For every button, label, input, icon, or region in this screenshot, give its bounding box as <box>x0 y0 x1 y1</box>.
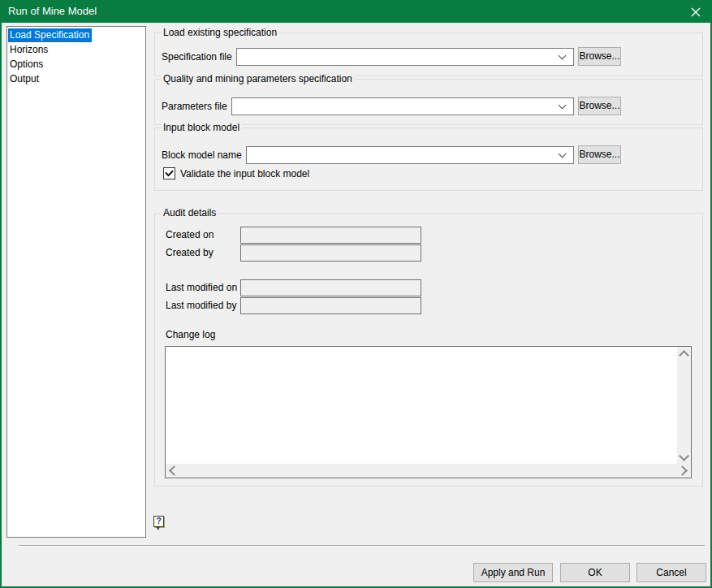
scroll-right-button[interactable] <box>677 464 691 478</box>
validate-block-model-checkbox[interactable] <box>163 167 175 179</box>
group-title: Quality and mining parameters specificat… <box>161 73 355 84</box>
footer-divider <box>19 545 705 547</box>
sidebar-item-options[interactable]: Options <box>7 57 145 71</box>
chevron-left-icon <box>169 465 179 476</box>
help-icon[interactable]: ? <box>153 516 164 527</box>
group-title: Audit details <box>161 207 218 218</box>
created-on-label: Created on <box>166 227 214 244</box>
group-title: Input block model <box>161 122 242 133</box>
block-model-name-combobox[interactable] <box>246 146 574 164</box>
created-by-field <box>240 244 421 262</box>
chevron-down-icon <box>559 149 567 158</box>
validate-block-model-label: Validate the input block model <box>180 168 309 179</box>
chevron-down-icon <box>559 101 567 109</box>
horizontal-scrollbar[interactable] <box>166 464 691 478</box>
created-by-label: Created by <box>166 244 214 262</box>
close-icon[interactable] <box>689 6 702 19</box>
title-bar: Run of Mine Model <box>0 0 712 23</box>
parameters-file-combobox[interactable] <box>231 97 574 115</box>
chevron-down-icon <box>679 451 689 461</box>
group-title: Load existing specification <box>161 27 279 38</box>
group-input-block-model: Input block model Block model name Brows… <box>154 128 703 191</box>
chevron-down-icon <box>559 51 567 59</box>
ok-button[interactable]: OK <box>560 563 630 582</box>
validate-block-model-checkbox-row[interactable]: Validate the input block model <box>163 167 309 179</box>
run-of-mine-model-dialog: Run of Mine Model Load Specification Hor… <box>0 0 712 588</box>
parameters-file-browse-button[interactable]: Browse... <box>578 97 621 115</box>
scroll-down-button[interactable] <box>677 450 691 464</box>
block-model-browse-button[interactable]: Browse... <box>578 145 621 164</box>
last-modified-on-label: Last modified on <box>166 279 237 296</box>
window-title: Run of Mine Model <box>8 0 97 23</box>
group-quality-mining-parameters: Quality and mining parameters specificat… <box>154 79 703 125</box>
change-log-textarea[interactable] <box>165 346 692 478</box>
sidebar-item-output[interactable]: Output <box>7 71 145 86</box>
created-on-field <box>240 227 421 244</box>
group-audit-details: Audit details Created on Created by Last… <box>154 213 703 486</box>
parameters-file-label: Parameters file <box>162 101 227 112</box>
page-list: Load Specification Horizons Options Outp… <box>6 26 146 538</box>
scroll-left-button[interactable] <box>166 464 179 478</box>
block-model-name-label: Block model name <box>162 149 242 161</box>
sidebar-item-load-specification[interactable]: Load Specification <box>7 28 145 42</box>
specification-file-browse-button[interactable]: Browse... <box>578 47 621 66</box>
sidebar-item-horizons[interactable]: Horizons <box>7 42 145 57</box>
chevron-right-icon <box>677 465 688 476</box>
vertical-scrollbar[interactable] <box>677 347 691 464</box>
specification-file-label: Specification file <box>162 51 232 63</box>
last-modified-by-label: Last modified by <box>166 297 236 314</box>
window-border-left <box>0 0 2 588</box>
change-log-content[interactable] <box>166 347 677 464</box>
specification-file-combobox[interactable] <box>236 48 574 66</box>
chevron-up-icon <box>679 350 689 361</box>
group-load-existing-specification: Load existing specification Specificatio… <box>154 32 703 76</box>
checkmark-icon <box>165 168 174 177</box>
last-modified-by-field <box>240 297 421 314</box>
change-log-label: Change log <box>166 329 215 340</box>
last-modified-on-field <box>240 279 421 296</box>
scroll-up-button[interactable] <box>677 347 691 361</box>
apply-and-run-button[interactable]: Apply and Run <box>473 563 553 582</box>
cancel-button[interactable]: Cancel <box>636 563 706 582</box>
